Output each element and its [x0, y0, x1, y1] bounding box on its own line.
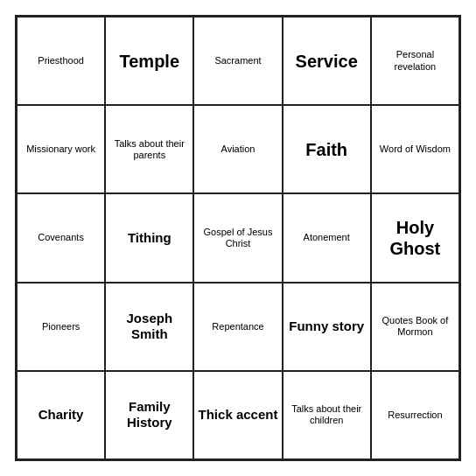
- bingo-cell-14: Holy Ghost: [371, 193, 459, 282]
- bingo-cell-22: Thick accent: [193, 371, 282, 459]
- cell-label-17: Repentance: [212, 321, 263, 332]
- cell-label-22: Thick accent: [199, 407, 278, 423]
- bingo-cell-10: Covenants: [17, 193, 105, 282]
- bingo-cell-21: Family History: [105, 371, 193, 459]
- cell-label-13: Atonement: [304, 232, 350, 243]
- cell-label-9: Word of Wisdom: [380, 144, 451, 155]
- cell-label-8: Faith: [305, 139, 347, 160]
- bingo-cell-7: Aviation: [193, 105, 282, 193]
- cell-label-14: Holy Ghost: [375, 217, 455, 259]
- cell-label-21: Family History: [109, 399, 189, 430]
- cell-label-0: Priesthood: [38, 55, 84, 66]
- bingo-cell-0: Priesthood: [17, 17, 105, 105]
- cell-label-15: Pioneers: [42, 321, 80, 332]
- bingo-cell-11: Tithing: [105, 193, 193, 282]
- cell-label-4: Personal revelation: [375, 49, 455, 72]
- bingo-cell-3: Service: [283, 17, 371, 105]
- bingo-cell-16: Joseph Smith: [105, 283, 193, 371]
- cell-label-11: Tithing: [128, 230, 172, 246]
- bingo-cell-13: Atonement: [283, 193, 371, 282]
- bingo-cell-18: Funny story: [283, 283, 371, 371]
- bingo-cell-2: Sacrament: [193, 17, 282, 105]
- bingo-cell-4: Personal revelation: [371, 17, 459, 105]
- cell-label-16: Joseph Smith: [109, 311, 189, 342]
- cell-label-10: Covenants: [38, 232, 84, 243]
- bingo-cell-15: Pioneers: [17, 283, 105, 371]
- bingo-cell-20: Charity: [17, 371, 105, 459]
- cell-label-5: Missionary work: [26, 144, 95, 155]
- bingo-cell-9: Word of Wisdom: [371, 105, 459, 193]
- bingo-cell-1: Temple: [105, 17, 193, 105]
- cell-label-2: Sacrament: [214, 55, 261, 66]
- bingo-board: PriesthoodTempleSacramentServicePersonal…: [15, 15, 461, 461]
- cell-label-1: Temple: [120, 51, 180, 72]
- cell-label-7: Aviation: [221, 144, 256, 155]
- cell-label-18: Funny story: [289, 318, 364, 334]
- bingo-cell-8: Faith: [283, 105, 371, 193]
- bingo-cell-17: Repentance: [193, 283, 282, 371]
- bingo-cell-23: Talks about their children: [283, 371, 371, 459]
- bingo-cell-6: Talks about their parents: [105, 105, 193, 193]
- bingo-cell-5: Missionary work: [17, 105, 105, 193]
- cell-label-3: Service: [296, 51, 358, 72]
- bingo-cell-19: Quotes Book of Mormon: [371, 283, 459, 371]
- bingo-cell-12: Gospel of Jesus Christ: [193, 193, 282, 282]
- cell-label-6: Talks about their parents: [109, 138, 189, 161]
- cell-label-19: Quotes Book of Mormon: [375, 315, 455, 338]
- cell-label-23: Talks about their children: [287, 403, 367, 426]
- bingo-cell-24: Resurrection: [371, 371, 459, 459]
- cell-label-20: Charity: [38, 407, 84, 423]
- cell-label-12: Gospel of Jesus Christ: [198, 227, 277, 249]
- cell-label-24: Resurrection: [388, 410, 442, 421]
